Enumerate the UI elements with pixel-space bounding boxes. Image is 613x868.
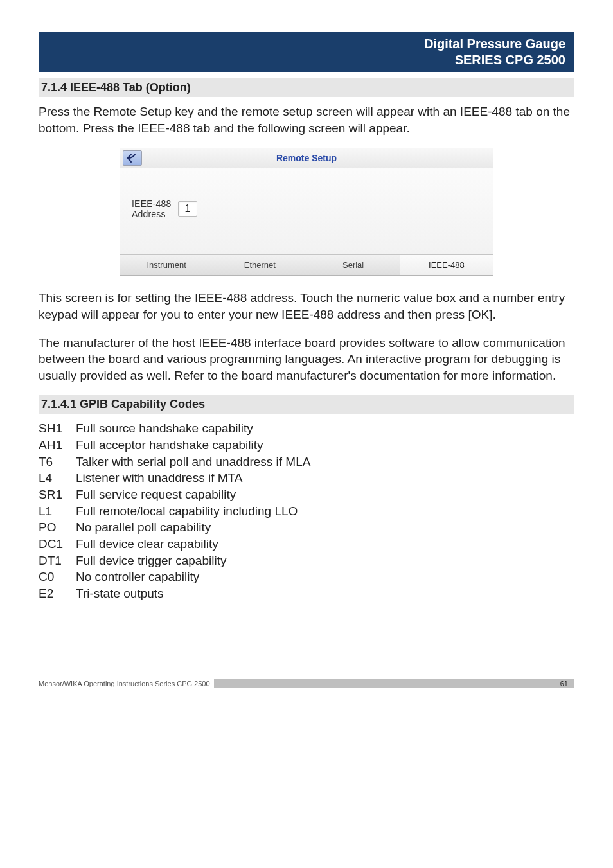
code-key: C0 bbox=[39, 569, 76, 585]
back-button[interactable] bbox=[123, 150, 142, 166]
paragraph: The manufacturer of the host IEEE-488 in… bbox=[39, 335, 574, 384]
tab-ieee488[interactable]: IEEE-488 bbox=[400, 255, 493, 275]
code-desc: Full remote/local capability including L… bbox=[76, 503, 298, 520]
footer-text: Mensor/WIKA Operating Instructions Serie… bbox=[39, 680, 210, 687]
screenshot-title: Remote Setup bbox=[276, 153, 337, 163]
code-desc: Full acceptor handshake capability bbox=[76, 437, 263, 454]
code-desc: Full device clear capability bbox=[76, 536, 218, 553]
tab-ethernet[interactable]: Ethernet bbox=[213, 255, 306, 275]
gpib-capability-list: SH1Full source handshake capability AH1F… bbox=[39, 420, 574, 601]
code-desc: Talker with serial poll and unaddress if… bbox=[76, 454, 310, 470]
section-title-71411: 7.1.4.1 GPIB Capability Codes bbox=[39, 395, 574, 414]
code-key: SR1 bbox=[39, 486, 76, 503]
code-desc: Full source handshake capability bbox=[76, 420, 253, 437]
embedded-screenshot: Remote Setup IEEE-488 Address 1 Instrume… bbox=[39, 148, 574, 276]
code-desc: Listener with unaddress if MTA bbox=[76, 470, 242, 486]
code-key: L4 bbox=[39, 470, 76, 486]
code-key: T6 bbox=[39, 454, 76, 470]
screenshot-titlebar: Remote Setup bbox=[120, 148, 493, 168]
list-item: AH1Full acceptor handshake capability bbox=[39, 437, 574, 454]
code-key: AH1 bbox=[39, 437, 76, 454]
list-item: SH1Full source handshake capability bbox=[39, 420, 574, 437]
code-key: DC1 bbox=[39, 536, 76, 553]
back-arrow-icon bbox=[127, 154, 138, 163]
page-footer: Mensor/WIKA Operating Instructions Serie… bbox=[39, 679, 574, 688]
list-item: C0No controller capability bbox=[39, 569, 574, 585]
code-desc: No parallel poll capability bbox=[76, 519, 211, 536]
header-line1: Digital Pressure Gauge bbox=[39, 36, 565, 52]
paragraph: Press the Remote Setup key and the remot… bbox=[39, 103, 574, 136]
tab-serial[interactable]: Serial bbox=[307, 255, 400, 275]
list-item: L4Listener with unaddress if MTA bbox=[39, 470, 574, 486]
list-item: SR1Full service request capability bbox=[39, 486, 574, 503]
screenshot-content: IEEE-488 Address 1 bbox=[120, 168, 493, 254]
page-number: 61 bbox=[560, 680, 568, 687]
screenshot-tabs: Instrument Ethernet Serial IEEE-488 bbox=[120, 254, 493, 275]
code-key: PO bbox=[39, 519, 76, 536]
label-line: IEEE-488 bbox=[132, 199, 172, 209]
list-item: PONo parallel poll capability bbox=[39, 519, 574, 536]
code-key: L1 bbox=[39, 503, 76, 520]
header-line2: SERIES CPG 2500 bbox=[39, 52, 565, 68]
code-key: E2 bbox=[39, 585, 76, 602]
list-item: E2Tri-state outputs bbox=[39, 585, 574, 602]
footer-bar: 61 bbox=[214, 679, 574, 688]
paragraph: This screen is for setting the IEEE-488 … bbox=[39, 290, 574, 323]
document-header: Digital Pressure Gauge SERIES CPG 2500 bbox=[39, 32, 574, 72]
list-item: DC1Full device clear capability bbox=[39, 536, 574, 553]
list-item: L1Full remote/local capability including… bbox=[39, 503, 574, 520]
code-key: SH1 bbox=[39, 420, 76, 437]
code-desc: Full device trigger capability bbox=[76, 553, 226, 569]
ieee488-address-label: IEEE-488 Address bbox=[132, 199, 172, 219]
code-desc: Tri-state outputs bbox=[76, 585, 164, 602]
section-title-714: 7.1.4 IEEE-488 Tab (Option) bbox=[39, 78, 574, 97]
list-item: T6Talker with serial poll and unaddress … bbox=[39, 454, 574, 470]
label-line: Address bbox=[132, 209, 172, 219]
code-key: DT1 bbox=[39, 553, 76, 569]
list-item: DT1Full device trigger capability bbox=[39, 553, 574, 569]
code-desc: Full service request capability bbox=[76, 486, 236, 503]
code-desc: No controller capability bbox=[76, 569, 199, 585]
tab-instrument[interactable]: Instrument bbox=[120, 255, 213, 275]
ieee488-address-input[interactable]: 1 bbox=[178, 201, 198, 217]
